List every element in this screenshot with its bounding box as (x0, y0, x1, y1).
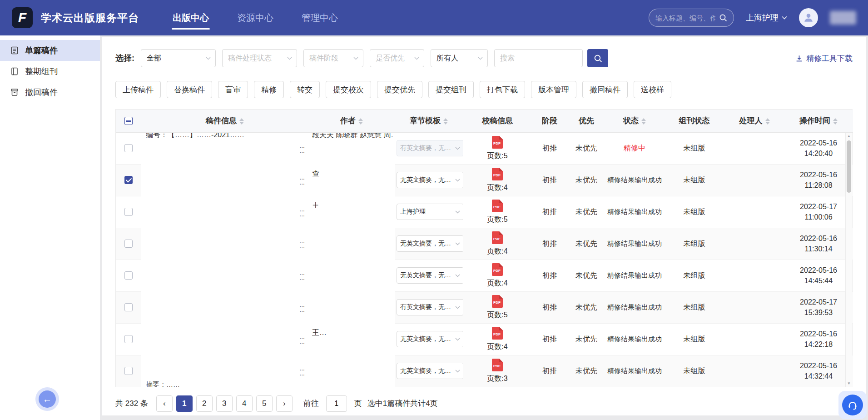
svg-text:PDF: PDF (493, 364, 501, 368)
sidebar-item-whole-issue[interactable]: 整期组刊 (0, 61, 100, 82)
pdf-file-icon[interactable]: PDF (492, 327, 503, 341)
col-info[interactable]: 稿件信息 (141, 110, 308, 132)
pdf-file-icon[interactable]: PDF (492, 200, 503, 214)
chapter-template-select[interactable]: 无英文摘要，无编... (397, 331, 463, 347)
sort-icon[interactable] (833, 118, 838, 125)
customer-service-button[interactable] (838, 391, 867, 419)
sidebar-item-single-manuscript[interactable]: 单篇稿件 (0, 40, 100, 61)
table-row: ... ...有英文摘要，无编...PDF页数:5初排未优先精修结果输出成功未组… (116, 291, 853, 323)
sidebar-item-recall[interactable]: 撤回稿件 (0, 82, 100, 103)
journal-status-cell: 未组版 (664, 291, 725, 323)
status-text: 精修结果输出成功 (607, 335, 662, 343)
submit-issue-button[interactable]: 提交组刊 (428, 81, 474, 98)
filter-select-process-status[interactable]: 稿件处理状态 (222, 49, 297, 67)
chapter-template-value: 无英文摘要，无编... (400, 240, 454, 248)
recall-manuscript-button[interactable]: 撤回稿件 (582, 81, 628, 98)
manuscript-info-cell: ... ... (141, 260, 308, 291)
sort-icon[interactable] (358, 118, 363, 125)
scrollbar-thumb[interactable] (847, 140, 851, 193)
filter-select-priority[interactable]: 是否优先 (370, 49, 424, 67)
keyword-search-input[interactable] (494, 49, 583, 67)
pdf-file-icon[interactable]: PDF (492, 263, 503, 278)
replace-manuscript-button[interactable]: 替换稿件 (167, 81, 212, 98)
template-cell: 无英文摘要，无编... (395, 323, 463, 355)
chapter-template-select[interactable]: 无英文摘要，无编... (397, 267, 463, 284)
next-page-button[interactable]: › (276, 395, 293, 412)
chapter-template-select[interactable]: 无英文摘要，无编... (397, 363, 463, 379)
row-checkbox[interactable] (124, 335, 133, 343)
refine-tool-download-link[interactable]: 精修工具下载 (795, 53, 853, 64)
nav-tab-manage-center[interactable]: 管理中心 (301, 8, 339, 28)
submit-priority-button[interactable]: 提交优先 (377, 81, 422, 98)
app-logo: F (12, 7, 33, 28)
chapter-template-select[interactable]: 上海护理 (397, 204, 463, 220)
sort-icon[interactable] (641, 118, 646, 125)
pdf-file-icon[interactable]: PDF (492, 295, 503, 310)
select-all-checkbox[interactable] (124, 117, 133, 125)
filter-select-stage[interactable]: 稿件阶段 (303, 49, 363, 67)
manuscript-info-cell: ... ... (141, 196, 308, 228)
chapter-template-select[interactable]: 有英文摘要，无编... (397, 299, 463, 315)
page-button-3[interactable]: 3 (216, 395, 233, 412)
page-button-2[interactable]: 2 (196, 395, 213, 412)
pdf-file-icon[interactable]: PDF (492, 231, 503, 246)
chapter-template-select[interactable]: 无英文摘要，无编... (397, 172, 463, 188)
submit-proof-round-button[interactable]: 提交校次 (326, 81, 371, 98)
row-checkbox[interactable] (124, 240, 133, 248)
nav-tab-publish-center[interactable]: 出版中心 (172, 8, 210, 28)
version-manage-button[interactable]: 版本管理 (531, 81, 576, 98)
sort-icon[interactable] (443, 118, 448, 125)
row-checkbox[interactable] (124, 176, 133, 184)
col-handler[interactable]: 处理人 (725, 110, 784, 132)
pdf-file-icon[interactable]: PDF (492, 359, 503, 373)
col-template[interactable]: 章节模板 (395, 110, 463, 132)
package-download-button[interactable]: 打包下载 (480, 81, 525, 98)
handler-cell (725, 291, 784, 323)
table-row: 编号：【……】……-2021……... ...段天天 陈晓群 赵慧慧 周…有英文… (116, 132, 853, 164)
chapter-template-select[interactable]: 有英文摘要，无编... (397, 140, 463, 156)
blind-review-button[interactable]: 盲审 (218, 81, 248, 98)
col-status[interactable]: 状态 (605, 110, 664, 132)
search-button[interactable] (587, 49, 608, 67)
row-checkbox[interactable] (124, 144, 133, 152)
page-button-1[interactable]: 1 (176, 395, 193, 412)
row-checkbox[interactable] (124, 208, 133, 216)
template-cell: 有英文摘要，无编... (395, 291, 463, 323)
refine-button[interactable]: 精修 (254, 81, 284, 98)
page-button-4[interactable]: 4 (236, 395, 253, 412)
org-dropdown[interactable]: 上海护理 (746, 12, 787, 23)
page-count: 页数:5 (487, 215, 507, 225)
upload-manuscript-button[interactable]: 上传稿件 (115, 81, 161, 98)
global-search-box[interactable] (649, 9, 734, 27)
proof-info: PDF页数:5 (465, 295, 530, 320)
prev-page-button[interactable]: ‹ (156, 395, 173, 412)
page-button-5[interactable]: 5 (256, 395, 273, 412)
row-checkbox[interactable] (124, 367, 133, 375)
row-checkbox[interactable] (124, 303, 133, 311)
filter-select-scope[interactable]: 全部 (141, 49, 216, 67)
goto-page-input[interactable] (326, 395, 347, 412)
user-avatar[interactable] (799, 8, 818, 27)
col-template-label: 章节模板 (410, 116, 441, 125)
stage-cell: 初排 (532, 323, 567, 355)
transfer-button[interactable]: 转交 (290, 81, 320, 98)
col-author[interactable]: 作者 (308, 110, 395, 132)
send-proof-button[interactable]: 送校样 (634, 81, 671, 98)
sort-icon[interactable] (765, 118, 770, 125)
global-search-input[interactable] (655, 14, 715, 22)
table-scrollbar[interactable]: ▲ ▼ (845, 133, 852, 387)
proof-info-cell: PDF页数:5 (463, 291, 532, 323)
filter-select-owner[interactable]: 所有人 (431, 49, 488, 67)
scroll-down-icon[interactable]: ▼ (846, 380, 852, 387)
nav-tab-resource-center[interactable]: 资源中心 (236, 8, 274, 28)
chapter-template-select[interactable]: 无英文摘要，无编... (397, 235, 463, 252)
back-button[interactable]: ← (39, 390, 56, 408)
search-icon[interactable] (719, 14, 727, 22)
pdf-file-icon[interactable]: PDF (492, 136, 503, 150)
filter-select-stage-value: 稿件阶段 (309, 54, 338, 63)
sort-icon[interactable] (239, 118, 244, 125)
pdf-file-icon[interactable]: PDF (492, 168, 503, 182)
col-time[interactable]: 操作时间 (784, 110, 853, 132)
row-checkbox[interactable] (124, 271, 133, 280)
scroll-up-icon[interactable]: ▲ (846, 133, 852, 140)
